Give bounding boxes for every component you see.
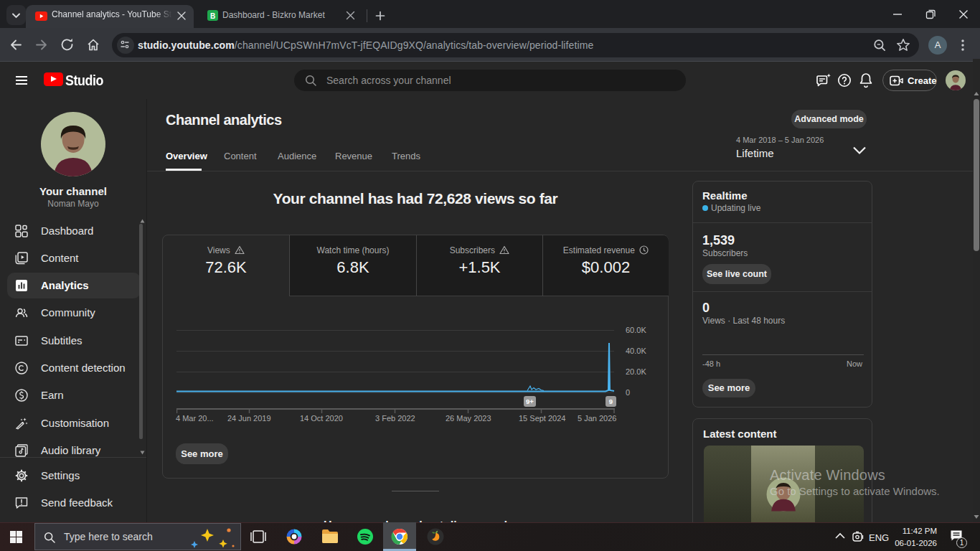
svg-text:B: B [210,12,215,20]
